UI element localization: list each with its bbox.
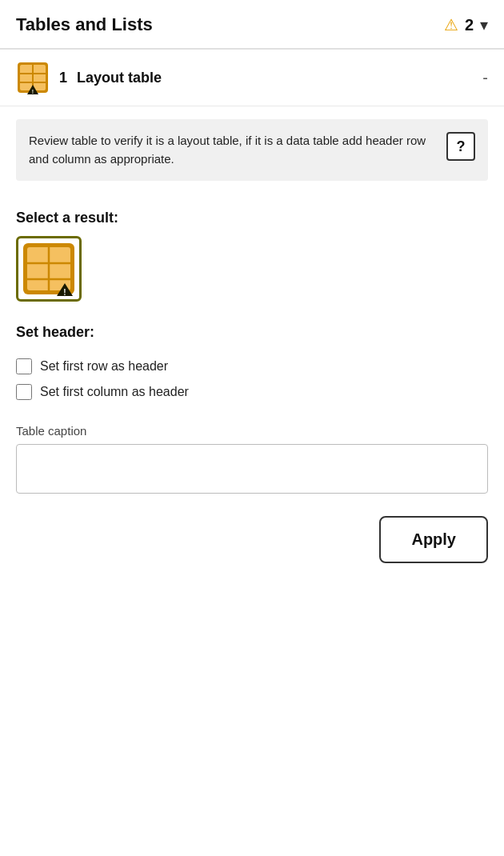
first-row-checkbox-label[interactable]: Set first row as header [40,359,168,374]
apply-area: Apply [0,494,504,579]
caption-input[interactable] [16,444,488,494]
apply-button[interactable]: Apply [379,516,488,563]
issue-item-row: ! 1 Layout table - [0,50,504,106]
chevron-down-icon[interactable]: ▾ [480,15,488,34]
result-icon-selected[interactable]: ! [16,236,82,302]
first-row-checkbox[interactable] [16,358,32,374]
header-right: ⚠ 2 ▾ [444,15,488,34]
page-header: Tables and Lists ⚠ 2 ▾ [0,0,504,50]
checkbox-first-column[interactable]: Set first column as header [0,379,504,405]
first-column-checkbox[interactable] [16,384,32,400]
badge-count: 2 [465,16,474,34]
table-warning-icon: ! [16,61,50,94]
page-title: Tables and Lists [16,14,153,35]
set-header-label: Set header: [0,318,504,354]
checkbox-first-row[interactable]: Set first row as header [0,354,504,379]
first-column-checkbox-label[interactable]: Set first column as header [40,385,189,399]
svg-text:!: ! [63,288,66,296]
caption-label: Table caption [0,405,504,444]
info-box: Review table to verify it is a layout ta… [16,119,488,181]
result-icon-area[interactable]: ! [0,236,504,318]
info-text: Review table to verify it is a layout ta… [29,132,437,168]
item-number: 1 [59,70,67,86]
item-label: Layout table [77,70,473,86]
help-button[interactable]: ? [446,132,475,161]
item-dash: - [482,69,488,87]
warning-icon: ⚠ [444,15,458,34]
select-result-label: Select a result: [0,194,504,236]
svg-text:!: ! [32,89,34,94]
